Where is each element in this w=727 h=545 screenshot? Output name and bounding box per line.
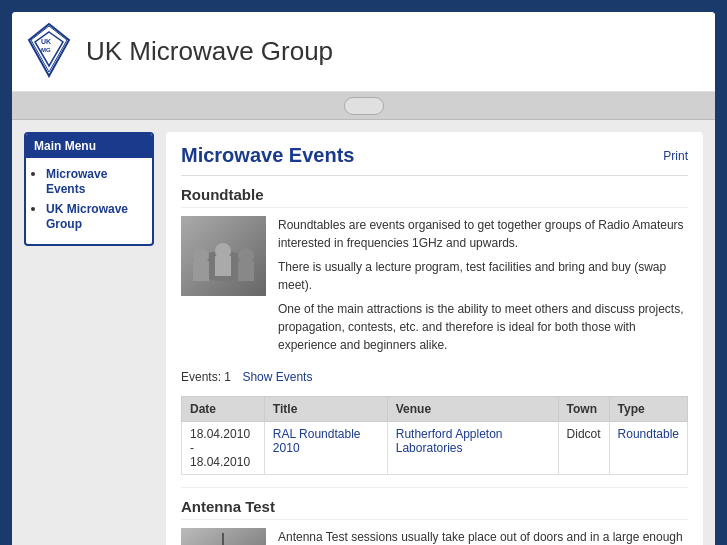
main-content: Microwave Events Print Roundtable	[166, 132, 703, 545]
roundtable-title: Roundtable	[181, 186, 688, 208]
sidebar-item-microwave-events[interactable]: Microwave Events	[46, 167, 107, 196]
cell-title: RAL Roundtable 2010	[264, 422, 387, 475]
sidebar-item-uk-microwave-group[interactable]: UK Microwave Group	[46, 202, 128, 231]
roundtable-content: Roundtables are events organised to get …	[181, 216, 688, 360]
antenna-content: Antenna Test sessions usually take place…	[181, 528, 688, 545]
page-header: Microwave Events Print	[181, 144, 688, 176]
roundtable-desc3: One of the main attractions is the abili…	[278, 300, 688, 354]
col-town: Town	[558, 397, 609, 422]
print-link[interactable]: Print	[663, 149, 688, 163]
roundtable-desc1: Roundtables are events organised to get …	[278, 216, 688, 252]
col-date: Date	[182, 397, 265, 422]
antenna-description: Antenna Test sessions usually take place…	[278, 528, 688, 545]
toggle-button[interactable]	[344, 97, 384, 115]
cell-venue: Rutherford Appleton Laboratories	[387, 422, 558, 475]
sidebar: Main Menu Microwave Events UK Microwave …	[24, 132, 154, 545]
svg-rect-13	[238, 261, 254, 281]
svg-text:MG: MG	[41, 47, 51, 53]
venue-link[interactable]: Rutherford Appleton Laboratories	[396, 427, 503, 455]
cell-town: Didcot	[558, 422, 609, 475]
header-divider	[12, 92, 715, 120]
list-item: UK Microwave Group	[46, 201, 144, 231]
antenna-section: Antenna Test	[181, 487, 688, 545]
sidebar-title: Main Menu	[26, 134, 152, 158]
events-count: Events: 1 Show Events	[181, 370, 688, 384]
roundtable-image	[181, 216, 266, 296]
outer-wrapper: UK MG UK Microwave Group Main Menu Micro	[0, 0, 727, 545]
events-table: Date Title Venue Town Type 18.04.2010 -1…	[181, 396, 688, 475]
ukmg-logo: UK MG	[27, 22, 71, 78]
table-row: 18.04.2010 -18.04.2010 RAL Roundtable 20…	[182, 422, 688, 475]
header: UK MG UK Microwave Group	[12, 12, 715, 92]
antenna-section-title: Antenna Test	[181, 498, 688, 520]
roundtable-text: Roundtables are events organised to get …	[278, 216, 688, 360]
type-link[interactable]: Roundtable	[618, 427, 679, 441]
content-area: Main Menu Microwave Events UK Microwave …	[12, 120, 715, 545]
roundtable-desc2: There is usually a lecture program, test…	[278, 258, 688, 294]
sidebar-menu: Microwave Events UK Microwave Group	[26, 158, 152, 244]
col-venue: Venue	[387, 397, 558, 422]
svg-rect-11	[193, 261, 209, 281]
table-header-row: Date Title Venue Town Type	[182, 397, 688, 422]
cell-date: 18.04.2010 -18.04.2010	[182, 422, 265, 475]
svg-rect-12	[215, 256, 231, 276]
sidebar-box: Main Menu Microwave Events UK Microwave …	[24, 132, 154, 246]
main-container: UK MG UK Microwave Group Main Menu Micro	[12, 12, 715, 545]
col-type: Type	[609, 397, 687, 422]
site-title: UK Microwave Group	[86, 36, 333, 67]
svg-text:UK: UK	[41, 38, 51, 45]
col-title: Title	[264, 397, 387, 422]
cell-type: Roundtable	[609, 422, 687, 475]
event-title-link[interactable]: RAL Roundtable 2010	[273, 427, 361, 455]
logo-container: UK MG	[27, 22, 71, 81]
antenna-image	[181, 528, 266, 545]
list-item: Microwave Events	[46, 166, 144, 196]
roundtable-section: Roundtable	[181, 186, 688, 384]
page-title: Microwave Events	[181, 144, 354, 167]
show-events-link[interactable]: Show Events	[242, 370, 312, 384]
events-count-label: Events: 1	[181, 370, 231, 384]
